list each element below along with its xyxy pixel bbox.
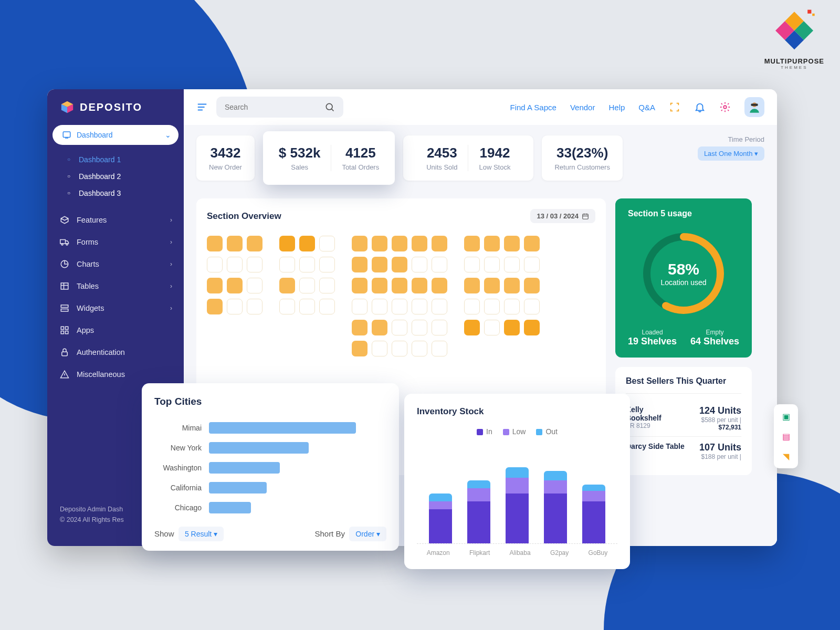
chevron-right-icon: › — [170, 260, 172, 268]
nav-features[interactable]: Features› — [47, 209, 184, 231]
chevron-right-icon: › — [170, 282, 172, 290]
nav-apps[interactable]: Apps — [47, 319, 184, 341]
time-period-select[interactable]: Last One Month ▾ — [698, 146, 764, 161]
menu-icon[interactable] — [196, 101, 208, 113]
time-period: Time Period Last One Month ▾ — [698, 135, 764, 161]
nav-widgets[interactable]: Widgets› — [47, 297, 184, 319]
topbar: Find A Sapce Vendor Help Q&A — [184, 89, 777, 125]
svg-rect-4 — [807, 10, 811, 14]
svg-rect-9 — [63, 132, 70, 138]
box-icon — [60, 215, 69, 225]
link-qa[interactable]: Q&A — [638, 103, 655, 112]
bell-icon[interactable] — [694, 101, 706, 113]
search-icon — [324, 102, 335, 112]
table-icon — [60, 281, 69, 291]
svg-rect-10 — [60, 240, 66, 244]
search-box[interactable] — [216, 97, 343, 118]
nav-subs: Dashboard 1 Dashboard 2 Dashboard 3 — [47, 149, 184, 209]
inventory-card: Inventory Stock In Low Out Amazon Flipka… — [404, 394, 630, 569]
nav-sub-1[interactable]: Dashboard 2 — [79, 168, 184, 185]
nav-sub-0[interactable]: Dashboard 1 — [79, 151, 184, 168]
stat-new-order: 3432 New Order — [196, 135, 255, 181]
stat-return: 33(23%) Return Customers — [542, 135, 622, 181]
svg-point-11 — [61, 244, 63, 245]
floating-tools: ▣ ▤ ◥ — [774, 404, 798, 468]
svg-rect-26 — [583, 214, 589, 218]
chevron-right-icon: › — [170, 216, 172, 224]
legend-low: Low — [503, 427, 526, 436]
nav-tables[interactable]: Tables› — [47, 275, 184, 297]
nav-sub-2[interactable]: Dashboard 3 — [79, 185, 184, 202]
brand-logo: MULTIPURPOSE THEMES — [764, 8, 824, 70]
grid-icon — [60, 326, 69, 335]
tool-share-icon[interactable]: ◥ — [778, 448, 794, 464]
svg-rect-14 — [61, 283, 68, 289]
stat-sales-orders: $ 532kSales 4125Total Orders — [263, 131, 395, 185]
lock-icon — [60, 348, 69, 357]
nav-dashboard[interactable]: Dashboard ⌄ — [52, 125, 178, 145]
svg-rect-20 — [66, 331, 68, 334]
nav-forms[interactable]: Forms› — [47, 231, 184, 253]
nav-misc[interactable]: Miscellaneous — [47, 363, 184, 385]
chevron-right-icon: › — [170, 238, 172, 246]
svg-point-23 — [723, 106, 727, 109]
svg-rect-19 — [61, 331, 64, 334]
bs-row-1: Darcy Side Table 107 Units$188 per unit … — [626, 436, 741, 466]
app-logo[interactable]: DEPOSITO — [47, 100, 184, 125]
alert-icon — [60, 370, 69, 379]
svg-point-22 — [326, 103, 332, 110]
svg-rect-17 — [61, 327, 64, 329]
top-cities-card: Top Cities Mimai New York Washington Cal… — [142, 383, 399, 551]
link-vendor[interactable]: Vendor — [570, 103, 595, 112]
svg-rect-18 — [66, 327, 68, 329]
svg-rect-15 — [61, 305, 68, 308]
show-select[interactable]: 5 Result ▾ — [178, 527, 224, 541]
truck-icon — [60, 237, 69, 247]
link-findspace[interactable]: Find A Sapce — [510, 103, 556, 112]
overview-date[interactable]: 13 / 03 / 2024 — [530, 209, 595, 223]
sort-select[interactable]: Order ▾ — [349, 527, 386, 541]
search-input[interactable] — [225, 103, 282, 111]
tool-image-icon[interactable]: ▤ — [778, 428, 794, 444]
svg-rect-25 — [751, 104, 758, 106]
piechart-icon — [60, 259, 69, 269]
usage-card: Section 5 usage 58%Location used Loaded1… — [615, 198, 752, 358]
nav-auth[interactable]: Authentication — [47, 341, 184, 363]
bs-row-0: Kelly BookshelfBR 8129 124 Units$588 per… — [626, 400, 741, 436]
chevron-down-icon: ⌄ — [165, 131, 171, 139]
link-help[interactable]: Help — [608, 103, 625, 112]
server-icon — [60, 303, 69, 313]
nav-charts[interactable]: Charts› — [47, 253, 184, 275]
avatar[interactable] — [744, 97, 764, 117]
best-sellers: Best Sellers This Quarter Kelly Bookshel… — [615, 367, 752, 475]
svg-point-12 — [66, 244, 68, 245]
gear-icon[interactable] — [719, 101, 731, 113]
svg-rect-5 — [812, 14, 815, 16]
stat-units-stock: 2453Units Sold 1942Low Stock — [403, 135, 533, 181]
calendar-icon — [582, 213, 589, 220]
fullscreen-icon[interactable] — [669, 101, 680, 113]
overview-grid — [207, 236, 595, 356]
tool-camera-icon[interactable]: ▣ — [778, 408, 794, 424]
svg-rect-16 — [61, 309, 68, 312]
chevron-right-icon: › — [170, 304, 172, 312]
legend-out: Out — [536, 427, 558, 436]
svg-rect-21 — [62, 352, 68, 356]
legend-in: In — [477, 427, 492, 436]
